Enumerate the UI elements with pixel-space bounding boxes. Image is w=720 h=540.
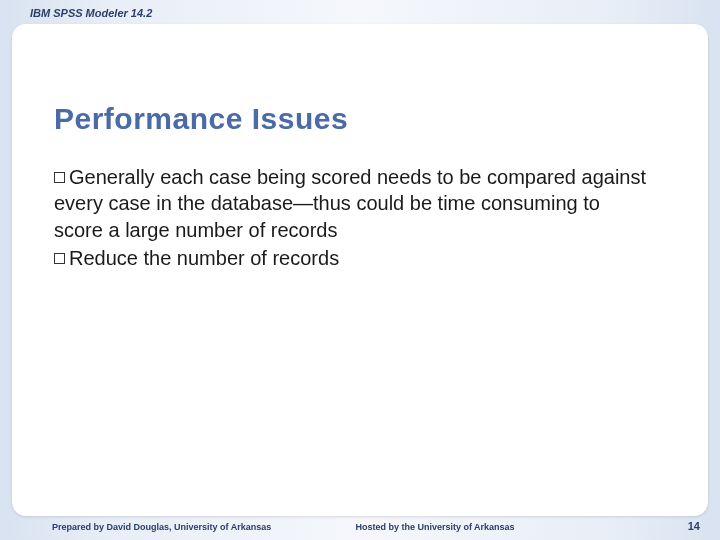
square-bullet-icon bbox=[54, 253, 65, 264]
bullet-text: Generally each case being scored needs t… bbox=[54, 166, 646, 241]
slide-title: Performance Issues bbox=[54, 102, 348, 136]
bullet-item: Generally each case being scored needs t… bbox=[54, 164, 648, 243]
slide-card: Performance Issues Generally each case b… bbox=[12, 24, 708, 516]
footer-center: Hosted by the University of Arkansas bbox=[0, 522, 720, 532]
bullet-text: Reduce the number of records bbox=[69, 247, 339, 269]
slide-content: Generally each case being scored needs t… bbox=[54, 164, 648, 274]
bullet-item: Reduce the number of records bbox=[54, 245, 648, 271]
header-label: IBM SPSS Modeler 14.2 bbox=[30, 7, 152, 19]
square-bullet-icon bbox=[54, 172, 65, 183]
page-number: 14 bbox=[688, 520, 700, 532]
